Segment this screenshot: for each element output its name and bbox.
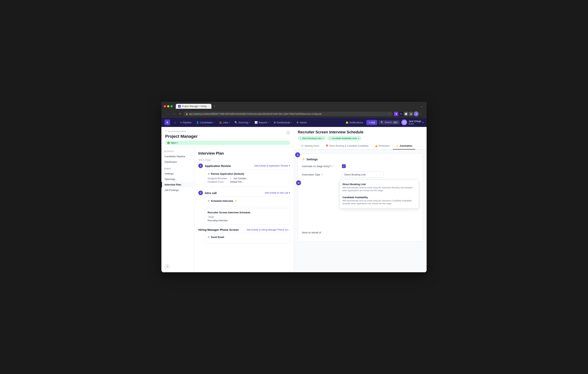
stage-1-number: 1 [198,163,203,168]
sidebar-item-job-postings[interactable]: Job Postings [161,187,194,193]
interview-schedule-card[interactable]: Recruiter Screen Interview Schedule Even… [205,209,290,224]
activity-section-label: ACTIVITY [161,150,194,154]
address-bar-row: ← → ↻ 🔒 app.ashbyhq.com/jobs/40855877-fd… [164,110,424,118]
nav-home[interactable]: ⌂ [172,120,178,125]
interview-plan-content: Interview Plan Active Stage 1 Applicatio… [195,147,294,272]
tab-automation[interactable]: ⚡ Automation [393,143,415,150]
reports-chevron: ▾ [268,121,269,123]
user-org: Acme [409,123,421,125]
bolt-icon: ⚡ [234,200,237,202]
badge-chevron-1: ▾ [323,137,324,139]
fullscreen-window-btn[interactable] [170,105,173,107]
tab-booking-availability[interactable]: 📅 Direct Booking & Candidate Availabilit… [323,143,372,150]
sidebar-item-openings[interactable]: Openings [161,176,194,182]
open-status-badge[interactable]: 🟢 Open ▾ [165,141,290,145]
sidebar-section-activity: ACTIVITY Candidate Pipeline Dashboard [161,150,194,165]
add-btn[interactable]: + Add [366,120,377,125]
ext-icon-3[interactable]: ⬜ [404,112,408,116]
nav-candidates[interactable]: 👤 Candidates ▾ [194,120,216,125]
step-3-badge: 3 [295,152,300,157]
bookmark-icon[interactable]: ☆ [388,113,391,115]
nav-reports[interactable]: 📊 Reports ▾ [253,120,271,125]
minimize-window-btn[interactable] [167,105,169,107]
search-icon: 🔍 [381,121,383,124]
clock-icon: 🕐 [301,145,304,147]
event-value: Recruiting Interview [208,219,287,222]
step-4-badge: 4 [296,180,301,185]
tab-meeting-hours[interactable]: 🕐 Meeting Hours [298,143,322,150]
address-bar[interactable]: 🔒 app.ashbyhq.com/jobs/40855877-fd68-487… [184,112,392,116]
automate-info-icon[interactable]: ⓘ [332,165,334,168]
sidebar-item-candidate-pipeline[interactable]: Candidate Pipeline [161,154,194,159]
direct-booking-badge[interactable]: ✓ Direct Booking Links ▾ [298,136,326,140]
badge-chevron-2: ▾ [358,137,359,139]
automation-type-dropdown-overlay: Direct Booking Link Will automatically s… [340,180,419,208]
reload-btn[interactable]: ↻ [178,112,182,116]
status-icon: 🟢 [167,141,170,144]
ext-icon-4[interactable]: ▣ [409,112,413,116]
assigned-reviewer-info-icon[interactable]: ⓘ [230,177,232,180]
assigned-reviewer-value: Job Conside... [233,177,248,180]
stage-2-number: 2 [198,191,203,195]
dropdown-option-direct-booking[interactable]: Direct Booking Link Will automatically s… [340,181,419,194]
settings-section: ⚡ Settings Automate on Stage Entry? ⓘ ✓ [298,153,423,241]
nav-jobs[interactable]: 💼 Jobs ▾ [217,120,232,125]
browser-profile-icon[interactable]: J [414,111,419,116]
panel-tabs: 🕐 Meeting Hours 📅 Direct Booking & Candi… [298,143,423,150]
bell-icon: 🔔 [346,121,348,124]
user-avatar: JO [401,119,407,125]
search-btn[interactable]: 🔍 Search ⌘K [379,120,400,125]
candidate-availability-badge[interactable]: ✓ Candidate Availability Links ▾ [327,136,361,140]
tab-reminders[interactable]: 🔔 Reminders [372,143,393,150]
close-panel-btn[interactable]: × [285,130,291,135]
add-activity-stage3-btn[interactable]: Add Activity to Hiring Manager Phone Scr… [247,228,290,231]
sidebar-item-dashboard[interactable]: Dashboard [161,159,194,165]
user-menu[interactable]: JO Jane Ortega Acme ▾ [401,119,424,125]
event-badge: Event [208,216,215,218]
add-activity-stage2-btn[interactable]: Add Activity to Intro call ▾ [265,192,290,194]
project-chevron-icon[interactable]: ˅ [199,135,200,138]
automation-type-label: Automation Type ⓘ [302,173,340,176]
automate-checkbox[interactable]: ✓ [342,164,346,168]
close-window-btn[interactable] [164,105,166,107]
back-btn[interactable]: ← [166,112,170,116]
tab-close-btn[interactable]: × [208,105,209,107]
panel-title: Recruiter Screen Interview Schedule [298,130,364,134]
top-nav: A ⌂ ≡ Pipeline 👤 Candidates ▾ 💼 Jobs ▾ 🔍… [161,118,427,127]
user-chevron: ▾ [423,121,424,124]
user-name: Jane Ortega [409,120,421,123]
help-btn[interactable]: ? [164,264,170,269]
sidebar-item-settings[interactable]: Settings [161,171,194,176]
nav-sourcing[interactable]: 🔍 Sourcing ▾ [233,120,252,125]
add-activity-stage1-btn[interactable]: Add Activity to Application Review ▾ [254,164,290,167]
automation-type-info-icon[interactable]: ⓘ [321,173,323,176]
feedback-form-value: Default Fee... [230,181,244,183]
schedule-title: Recruiter Screen Interview Schedule [208,211,287,214]
forward-btn[interactable]: → [172,112,177,116]
new-tab-btn[interactable]: + [212,104,217,109]
browser-menu-btn[interactable]: ⋮ [420,112,422,115]
gear-icon-2: ⚙ [208,200,210,202]
ext-icon-1[interactable]: ◆ [394,112,398,116]
automation-type-dropdown[interactable]: Direct Booking Link ˅ [342,171,384,178]
nav-logo[interactable]: A [164,119,170,125]
ext-icon-2[interactable]: A [399,112,403,116]
calendar-icon: 📅 [326,145,328,147]
browser-extensions: ◆ A ⬜ ▣ J ⋮ [394,111,422,116]
tab-overflow-btn[interactable]: ⌄ [419,104,424,109]
home-icon: ⌂ [174,121,176,124]
interview-plan-title: Interview Plan [198,151,290,156]
stage-1: 1 Application Review Add Activity to App… [198,163,290,187]
nav-admin[interactable]: ⚙ Admin [294,120,309,125]
active-tab[interactable]: A Project Manager • Ashby × [176,104,211,109]
gear-icon-3: ⚙ [208,236,210,238]
dropdown-option-candidate-availability[interactable]: Candidate Availability Will automaticall… [340,194,419,207]
sidebar-item-interview-plan[interactable]: Interview Plan [161,182,194,187]
nav-dashboards[interactable]: ⊞ Dashboards ▾ [272,120,294,125]
history-icon: ↺ [165,130,167,132]
stage-3: Hiring Manager Phone Screen Add Activity… [198,228,290,243]
automate-stage-entry-row: Automate on Stage Entry? ⓘ ✓ [302,164,419,168]
jobs-icon: 💼 [219,121,222,124]
notifications-btn[interactable]: 🔔 Notifications [344,120,365,125]
nav-pipeline[interactable]: ≡ Pipeline [178,120,193,125]
